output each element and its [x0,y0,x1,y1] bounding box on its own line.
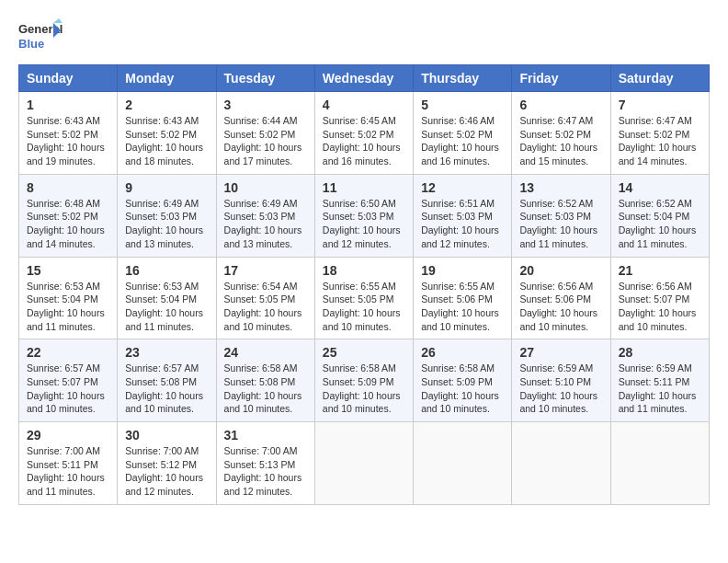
calendar-cell: 15Sunrise: 6:53 AM Sunset: 5:04 PM Dayli… [19,257,118,339]
calendar-cell: 30Sunrise: 7:00 AM Sunset: 5:12 PM Dayli… [118,422,216,505]
calendar-day-header: Wednesday [314,65,413,92]
day-info: Sunrise: 6:45 AM Sunset: 5:02 PM Dayligh… [323,114,405,168]
calendar-cell [512,422,610,505]
day-info: Sunrise: 6:51 AM Sunset: 5:03 PM Dayligh… [421,197,504,251]
day-number: 23 [125,345,208,360]
day-info: Sunrise: 6:43 AM Sunset: 5:02 PM Dayligh… [27,114,109,168]
day-info: Sunrise: 6:52 AM Sunset: 5:04 PM Dayligh… [619,197,701,251]
svg-marker-3 [53,18,63,23]
logo-svg: GeneralBlue [18,18,64,55]
calendar-cell: 29Sunrise: 7:00 AM Sunset: 5:11 PM Dayli… [19,422,118,505]
calendar-cell: 18Sunrise: 6:55 AM Sunset: 5:05 PM Dayli… [314,257,413,339]
calendar-cell: 19Sunrise: 6:55 AM Sunset: 5:06 PM Dayli… [414,257,512,339]
day-number: 7 [619,98,701,112]
day-info: Sunrise: 6:49 AM Sunset: 5:03 PM Dayligh… [125,197,208,251]
calendar-cell: 6Sunrise: 6:47 AM Sunset: 5:02 PM Daylig… [512,92,610,175]
day-info: Sunrise: 6:47 AM Sunset: 5:02 PM Dayligh… [619,114,701,168]
calendar-cell: 1Sunrise: 6:43 AM Sunset: 5:02 PM Daylig… [19,92,118,175]
calendar-cell: 23Sunrise: 6:57 AM Sunset: 5:08 PM Dayli… [118,339,216,422]
day-number: 14 [619,180,701,195]
svg-text:Blue: Blue [18,37,44,51]
calendar-cell: 14Sunrise: 6:52 AM Sunset: 5:04 PM Dayli… [610,174,709,257]
calendar-cell: 24Sunrise: 6:58 AM Sunset: 5:08 PM Dayli… [216,339,314,422]
calendar-cell [414,422,512,505]
calendar-cell: 28Sunrise: 6:59 AM Sunset: 5:11 PM Dayli… [610,339,709,422]
calendar-cell: 31Sunrise: 7:00 AM Sunset: 5:13 PM Dayli… [216,422,314,505]
day-info: Sunrise: 6:55 AM Sunset: 5:05 PM Dayligh… [323,280,405,334]
day-number: 17 [224,263,307,278]
day-number: 6 [519,98,602,112]
calendar-cell: 27Sunrise: 6:59 AM Sunset: 5:10 PM Dayli… [512,339,610,422]
calendar-day-header: Thursday [414,65,512,92]
calendar-week-row: 1Sunrise: 6:43 AM Sunset: 5:02 PM Daylig… [19,92,710,175]
day-info: Sunrise: 6:58 AM Sunset: 5:08 PM Dayligh… [224,362,307,416]
calendar-cell: 2Sunrise: 6:43 AM Sunset: 5:02 PM Daylig… [118,92,216,175]
day-number: 1 [27,98,109,112]
day-info: Sunrise: 6:58 AM Sunset: 5:09 PM Dayligh… [323,362,405,416]
day-info: Sunrise: 6:59 AM Sunset: 5:11 PM Dayligh… [619,362,701,416]
page-header: GeneralBlue [18,18,710,55]
calendar-day-header: Friday [512,65,610,92]
day-info: Sunrise: 6:47 AM Sunset: 5:02 PM Dayligh… [519,114,602,168]
day-info: Sunrise: 6:56 AM Sunset: 5:06 PM Dayligh… [519,280,602,334]
day-info: Sunrise: 6:53 AM Sunset: 5:04 PM Dayligh… [27,280,109,334]
calendar-cell: 10Sunrise: 6:49 AM Sunset: 5:03 PM Dayli… [216,174,314,257]
calendar-cell: 9Sunrise: 6:49 AM Sunset: 5:03 PM Daylig… [118,174,216,257]
calendar-day-header: Saturday [610,65,709,92]
calendar-week-row: 22Sunrise: 6:57 AM Sunset: 5:07 PM Dayli… [19,339,710,422]
calendar-cell: 12Sunrise: 6:51 AM Sunset: 5:03 PM Dayli… [414,174,512,257]
calendar-day-header: Tuesday [216,65,314,92]
day-number: 2 [125,98,208,112]
day-info: Sunrise: 6:44 AM Sunset: 5:02 PM Dayligh… [224,114,307,168]
day-number: 25 [323,345,405,360]
day-number: 27 [519,345,602,360]
day-number: 21 [619,263,701,278]
day-info: Sunrise: 6:54 AM Sunset: 5:05 PM Dayligh… [224,280,307,334]
day-info: Sunrise: 6:59 AM Sunset: 5:10 PM Dayligh… [519,362,602,416]
calendar-cell: 5Sunrise: 6:46 AM Sunset: 5:02 PM Daylig… [414,92,512,175]
day-number: 31 [224,428,307,442]
calendar-cell: 8Sunrise: 6:48 AM Sunset: 5:02 PM Daylig… [19,174,118,257]
day-number: 29 [27,428,109,442]
day-info: Sunrise: 7:00 AM Sunset: 5:13 PM Dayligh… [224,444,307,499]
calendar-cell: 25Sunrise: 6:58 AM Sunset: 5:09 PM Dayli… [314,339,413,422]
calendar-cell [314,422,413,505]
calendar-cell [610,422,709,505]
day-number: 15 [27,263,109,278]
day-number: 18 [323,263,405,278]
day-info: Sunrise: 6:58 AM Sunset: 5:09 PM Dayligh… [421,362,504,416]
day-number: 28 [619,345,701,360]
day-number: 13 [519,180,602,195]
calendar-header-row: SundayMondayTuesdayWednesdayThursdayFrid… [19,65,710,92]
calendar-day-header: Sunday [19,65,118,92]
day-info: Sunrise: 6:53 AM Sunset: 5:04 PM Dayligh… [125,280,208,334]
day-number: 3 [224,98,307,112]
logo: GeneralBlue [18,18,64,55]
calendar-cell: 22Sunrise: 6:57 AM Sunset: 5:07 PM Dayli… [19,339,118,422]
day-number: 19 [421,263,504,278]
calendar-cell: 3Sunrise: 6:44 AM Sunset: 5:02 PM Daylig… [216,92,314,175]
day-info: Sunrise: 6:56 AM Sunset: 5:07 PM Dayligh… [619,280,701,334]
day-number: 30 [125,428,208,442]
day-number: 10 [224,180,307,195]
day-info: Sunrise: 6:43 AM Sunset: 5:02 PM Dayligh… [125,114,208,168]
day-info: Sunrise: 6:48 AM Sunset: 5:02 PM Dayligh… [27,197,109,251]
day-info: Sunrise: 6:52 AM Sunset: 5:03 PM Dayligh… [519,197,602,251]
day-number: 12 [421,180,504,195]
calendar-week-row: 29Sunrise: 7:00 AM Sunset: 5:11 PM Dayli… [19,422,710,505]
day-number: 22 [27,345,109,360]
day-number: 11 [323,180,405,195]
calendar-cell: 13Sunrise: 6:52 AM Sunset: 5:03 PM Dayli… [512,174,610,257]
day-info: Sunrise: 6:49 AM Sunset: 5:03 PM Dayligh… [224,197,307,251]
calendar-week-row: 8Sunrise: 6:48 AM Sunset: 5:02 PM Daylig… [19,174,710,257]
calendar-week-row: 15Sunrise: 6:53 AM Sunset: 5:04 PM Dayli… [19,257,710,339]
calendar-cell: 17Sunrise: 6:54 AM Sunset: 5:05 PM Dayli… [216,257,314,339]
day-info: Sunrise: 6:55 AM Sunset: 5:06 PM Dayligh… [421,280,504,334]
calendar-cell: 26Sunrise: 6:58 AM Sunset: 5:09 PM Dayli… [414,339,512,422]
day-number: 20 [519,263,602,278]
calendar-table: SundayMondayTuesdayWednesdayThursdayFrid… [18,64,710,505]
calendar-cell: 21Sunrise: 6:56 AM Sunset: 5:07 PM Dayli… [610,257,709,339]
day-info: Sunrise: 7:00 AM Sunset: 5:11 PM Dayligh… [27,444,109,499]
day-number: 5 [421,98,504,112]
calendar-cell: 7Sunrise: 6:47 AM Sunset: 5:02 PM Daylig… [610,92,709,175]
